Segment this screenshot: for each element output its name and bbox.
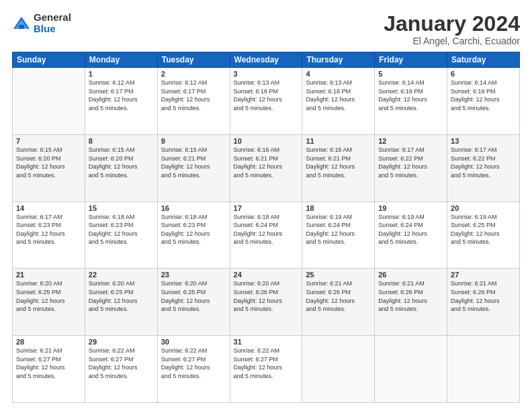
calendar-day-cell: 25Sunrise: 6:21 AM Sunset: 6:26 PM Dayli… bbox=[302, 269, 375, 336]
calendar-day-cell: 8Sunrise: 6:15 AM Sunset: 6:20 PM Daylig… bbox=[85, 134, 157, 201]
calendar-day-cell: 10Sunrise: 6:16 AM Sunset: 6:21 PM Dayli… bbox=[230, 134, 302, 201]
day-number: 2 bbox=[161, 70, 226, 78]
calendar-day-cell: 14Sunrise: 6:17 AM Sunset: 6:23 PM Dayli… bbox=[13, 201, 85, 269]
day-number: 20 bbox=[451, 204, 516, 212]
day-info: Sunrise: 6:17 AM Sunset: 6:23 PM Dayligh… bbox=[16, 213, 81, 246]
day-number: 27 bbox=[451, 271, 516, 279]
day-number: 12 bbox=[378, 137, 443, 145]
day-info: Sunrise: 6:22 AM Sunset: 6:27 PM Dayligh… bbox=[89, 347, 154, 380]
calendar-day-cell: 11Sunrise: 6:16 AM Sunset: 6:21 PM Dayli… bbox=[302, 134, 375, 201]
day-info: Sunrise: 6:19 AM Sunset: 6:24 PM Dayligh… bbox=[378, 213, 443, 246]
day-number: 13 bbox=[451, 137, 516, 145]
day-info: Sunrise: 6:22 AM Sunset: 6:27 PM Dayligh… bbox=[234, 347, 299, 380]
day-number: 9 bbox=[161, 137, 226, 145]
title-block: January 2024 El Angel, Carchi, Ecuador bbox=[384, 12, 520, 46]
calendar-day-cell: 19Sunrise: 6:19 AM Sunset: 6:24 PM Dayli… bbox=[375, 201, 447, 269]
calendar-day-cell: 3Sunrise: 6:13 AM Sunset: 6:18 PM Daylig… bbox=[230, 68, 302, 135]
day-info: Sunrise: 6:18 AM Sunset: 6:24 PM Dayligh… bbox=[234, 213, 299, 246]
day-number: 3 bbox=[234, 70, 299, 78]
day-number: 31 bbox=[234, 338, 299, 346]
day-info: Sunrise: 6:21 AM Sunset: 6:26 PM Dayligh… bbox=[378, 279, 443, 313]
calendar-week-row: 1Sunrise: 6:12 AM Sunset: 6:17 PM Daylig… bbox=[13, 68, 520, 135]
calendar-day-cell: 7Sunrise: 6:15 AM Sunset: 6:20 PM Daylig… bbox=[13, 134, 85, 201]
calendar-week-row: 7Sunrise: 6:15 AM Sunset: 6:20 PM Daylig… bbox=[13, 134, 520, 201]
empty-cell bbox=[447, 336, 520, 403]
day-number: 26 bbox=[378, 271, 443, 279]
day-info: Sunrise: 6:19 AM Sunset: 6:24 PM Dayligh… bbox=[306, 213, 371, 246]
calendar-day-cell: 2Sunrise: 6:12 AM Sunset: 6:17 PM Daylig… bbox=[157, 68, 230, 135]
calendar-week-row: 14Sunrise: 6:17 AM Sunset: 6:23 PM Dayli… bbox=[13, 201, 520, 269]
svg-rect-2 bbox=[19, 25, 24, 29]
day-info: Sunrise: 6:18 AM Sunset: 6:23 PM Dayligh… bbox=[89, 213, 154, 246]
calendar-day-cell: 28Sunrise: 6:21 AM Sunset: 6:27 PM Dayli… bbox=[13, 336, 85, 403]
day-number: 23 bbox=[161, 271, 226, 279]
logo-blue-label: Blue bbox=[34, 24, 71, 35]
day-info: Sunrise: 6:14 AM Sunset: 6:19 PM Dayligh… bbox=[451, 79, 516, 112]
day-info: Sunrise: 6:17 AM Sunset: 6:22 PM Dayligh… bbox=[378, 146, 443, 179]
calendar-day-cell: 24Sunrise: 6:20 AM Sunset: 6:26 PM Dayli… bbox=[230, 269, 302, 336]
calendar-day-cell: 22Sunrise: 6:20 AM Sunset: 6:25 PM Dayli… bbox=[85, 269, 157, 336]
calendar-week-row: 21Sunrise: 6:20 AM Sunset: 6:25 PM Dayli… bbox=[13, 269, 520, 336]
calendar-table: SundayMondayTuesdayWednesdayThursdayFrid… bbox=[12, 52, 520, 403]
day-info: Sunrise: 6:12 AM Sunset: 6:17 PM Dayligh… bbox=[161, 79, 226, 112]
day-header-sunday: Sunday bbox=[13, 52, 85, 68]
day-info: Sunrise: 6:13 AM Sunset: 6:18 PM Dayligh… bbox=[306, 79, 371, 112]
location: El Angel, Carchi, Ecuador bbox=[384, 36, 520, 46]
day-number: 21 bbox=[16, 271, 81, 279]
page: General Blue January 2024 El Angel, Carc… bbox=[0, 0, 532, 411]
calendar-day-cell: 23Sunrise: 6:20 AM Sunset: 6:25 PM Dayli… bbox=[157, 269, 230, 336]
day-number: 29 bbox=[89, 338, 154, 346]
calendar-day-cell: 9Sunrise: 6:15 AM Sunset: 6:21 PM Daylig… bbox=[157, 134, 230, 201]
day-info: Sunrise: 6:21 AM Sunset: 6:27 PM Dayligh… bbox=[16, 347, 81, 380]
empty-cell bbox=[375, 336, 447, 403]
calendar-day-cell: 29Sunrise: 6:22 AM Sunset: 6:27 PM Dayli… bbox=[85, 336, 157, 403]
day-number: 5 bbox=[378, 70, 443, 78]
calendar-day-cell: 12Sunrise: 6:17 AM Sunset: 6:22 PM Dayli… bbox=[375, 134, 447, 201]
calendar-day-cell: 18Sunrise: 6:19 AM Sunset: 6:24 PM Dayli… bbox=[302, 201, 375, 269]
calendar-day-cell: 1Sunrise: 6:12 AM Sunset: 6:17 PM Daylig… bbox=[85, 68, 157, 135]
calendar-day-cell: 20Sunrise: 6:19 AM Sunset: 6:25 PM Dayli… bbox=[447, 201, 520, 269]
day-number: 28 bbox=[16, 338, 81, 346]
day-header-friday: Friday bbox=[375, 52, 447, 68]
calendar-day-cell: 26Sunrise: 6:21 AM Sunset: 6:26 PM Dayli… bbox=[375, 269, 447, 336]
calendar-header-row: SundayMondayTuesdayWednesdayThursdayFrid… bbox=[13, 52, 520, 68]
day-number: 19 bbox=[378, 204, 443, 212]
day-number: 8 bbox=[89, 137, 154, 145]
day-info: Sunrise: 6:21 AM Sunset: 6:26 PM Dayligh… bbox=[306, 279, 371, 313]
day-info: Sunrise: 6:22 AM Sunset: 6:27 PM Dayligh… bbox=[161, 347, 226, 380]
day-info: Sunrise: 6:20 AM Sunset: 6:25 PM Dayligh… bbox=[161, 279, 226, 313]
day-info: Sunrise: 6:20 AM Sunset: 6:26 PM Dayligh… bbox=[234, 279, 299, 313]
day-info: Sunrise: 6:19 AM Sunset: 6:25 PM Dayligh… bbox=[451, 213, 516, 246]
day-info: Sunrise: 6:14 AM Sunset: 6:19 PM Dayligh… bbox=[378, 79, 443, 112]
day-number: 24 bbox=[234, 271, 299, 279]
logo-general-label: General bbox=[34, 12, 71, 24]
day-info: Sunrise: 6:12 AM Sunset: 6:17 PM Dayligh… bbox=[89, 79, 154, 112]
day-number: 30 bbox=[161, 338, 226, 346]
day-header-tuesday: Tuesday bbox=[157, 52, 230, 68]
logo: General Blue bbox=[12, 12, 71, 34]
day-info: Sunrise: 6:15 AM Sunset: 6:20 PM Dayligh… bbox=[89, 146, 154, 179]
day-number: 18 bbox=[306, 204, 371, 212]
day-header-monday: Monday bbox=[85, 52, 157, 68]
calendar-day-cell: 21Sunrise: 6:20 AM Sunset: 6:25 PM Dayli… bbox=[13, 269, 85, 336]
day-info: Sunrise: 6:20 AM Sunset: 6:25 PM Dayligh… bbox=[89, 279, 154, 313]
day-header-saturday: Saturday bbox=[447, 52, 520, 68]
day-info: Sunrise: 6:17 AM Sunset: 6:22 PM Dayligh… bbox=[451, 146, 516, 179]
day-header-wednesday: Wednesday bbox=[230, 52, 302, 68]
day-number: 4 bbox=[306, 70, 371, 78]
day-number: 6 bbox=[451, 70, 516, 78]
day-number: 7 bbox=[16, 137, 81, 145]
day-number: 14 bbox=[16, 204, 81, 212]
month-title: January 2024 bbox=[384, 12, 520, 36]
day-info: Sunrise: 6:20 AM Sunset: 6:25 PM Dayligh… bbox=[16, 279, 81, 313]
day-number: 17 bbox=[234, 204, 299, 212]
calendar-day-cell: 16Sunrise: 6:18 AM Sunset: 6:23 PM Dayli… bbox=[157, 201, 230, 269]
day-info: Sunrise: 6:15 AM Sunset: 6:20 PM Dayligh… bbox=[16, 146, 81, 179]
calendar-day-cell: 4Sunrise: 6:13 AM Sunset: 6:18 PM Daylig… bbox=[302, 68, 375, 135]
day-number: 11 bbox=[306, 137, 371, 145]
logo-icon bbox=[12, 14, 31, 33]
logo-text: General Blue bbox=[34, 12, 71, 34]
calendar-day-cell: 17Sunrise: 6:18 AM Sunset: 6:24 PM Dayli… bbox=[230, 201, 302, 269]
day-info: Sunrise: 6:21 AM Sunset: 6:26 PM Dayligh… bbox=[451, 279, 516, 313]
day-info: Sunrise: 6:13 AM Sunset: 6:18 PM Dayligh… bbox=[234, 79, 299, 112]
